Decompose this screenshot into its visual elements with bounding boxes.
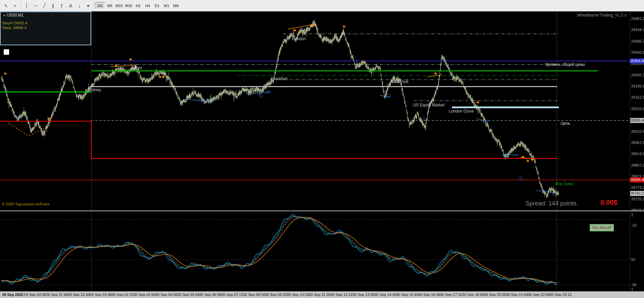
timeframe-m15[interactable]: M15 (114, 2, 124, 9)
price-tick: 28773.30 (631, 185, 644, 190)
session-label-london: London (292, 36, 306, 41)
time-axis-label: 29 Sep 23:48 (89, 293, 111, 297)
main-chart-canvas[interactable] (0, 0, 644, 298)
timeframe-m1[interactable]: M1 (96, 2, 105, 9)
timeframe-w1[interactable]: W1 (162, 2, 171, 9)
info-marker-icon: ⓘ (519, 176, 523, 182)
price-tick: 28962.90 (631, 141, 644, 145)
timeframe-d1[interactable]: D1 (152, 2, 162, 9)
indicator-scale-label: -10 (631, 223, 637, 227)
price-tick: 29103.50 (631, 107, 644, 111)
indicator-scale-label: 2 (631, 213, 633, 217)
timeframe-buttons-group: M1M5M15M30H1H4D1W1MN (96, 2, 181, 9)
timeframe-m5[interactable]: M5 (105, 2, 114, 9)
timeframe-m30[interactable]: M30 (124, 2, 133, 9)
toolbar-separator (21, 2, 21, 9)
trade-marker-icon: ⚑ (114, 64, 118, 68)
price-tick: 29010.40 (631, 129, 644, 133)
info-marker-icon: ⓘ (503, 154, 507, 160)
time-axis-label: 29 Sep 2022 (2, 293, 23, 297)
trade-marker-icon: ⚑ (531, 158, 535, 163)
info-marker-icon: ⓘ (387, 93, 391, 99)
timeframe-h1[interactable]: H1 (133, 2, 143, 9)
session-label-sydney: Sydney (87, 88, 101, 92)
trade-marker-icon: ⚑ (476, 100, 480, 105)
time-axis-label: 30 Sep 12:32 (331, 293, 353, 297)
session-label-tokyo: Tokyo (131, 66, 142, 70)
symbol-text: US30,M1 (7, 13, 24, 18)
time-axis-label: 30 Sep 18:56 (462, 293, 484, 297)
trade-marker-icon: ⚑ (298, 30, 301, 35)
info-marker-icon: ⓘ (199, 98, 203, 104)
trade-marker-icon: ⚑ (342, 25, 346, 29)
price-box: 29055.40 (630, 118, 644, 123)
price-tick: 28725.90 (631, 197, 644, 201)
time-axis-label: 30 Sep 14:40 (375, 293, 396, 297)
time-axis-label: 30 Sep 21:04 (506, 293, 528, 297)
time-axis-label: 30 Sep 06:08 (199, 293, 221, 297)
copyright-label: © 2020 TopLessons.In/Forex (2, 202, 50, 206)
indicator-scale-label: -90 (631, 283, 637, 287)
crosshair-tool-icon[interactable]: + (10, 2, 19, 10)
objects-dropdown-icon[interactable]: ▾ (84, 2, 93, 10)
info-marker-icon: ⓘ (266, 89, 270, 95)
info-marker-icon: ⓘ (483, 119, 487, 125)
timeframe-h4[interactable]: H4 (143, 2, 152, 9)
price-tick: 29340.60 (631, 50, 644, 54)
price-box: 28750.22 (630, 191, 644, 196)
timeframe-mn[interactable]: MN (171, 2, 181, 9)
time-axis-label: 30 Sep 07:12 (221, 293, 243, 297)
rsi-ma-toggle-button[interactable]: Rsi Ma-off (590, 224, 614, 231)
time-axis-label: 29 Sep 21:40 (46, 293, 68, 297)
spread-label: Spread: 144 points. (525, 200, 578, 207)
profit-label: 0.00$ (600, 199, 617, 206)
trade-marker-icon: ⚑ (161, 75, 165, 80)
time-axis-label: 30 Sep 15:44 (396, 293, 418, 297)
vertical-line-tool-icon[interactable]: │ (22, 2, 31, 10)
time-axis-label: 30 Sep 17:52 (440, 293, 462, 297)
time-axis-label: 29 Sep 22:44 (68, 293, 90, 297)
trendline-tool-icon[interactable]: ╱ (40, 2, 49, 10)
trade-marker-icon: ⚑ (47, 117, 51, 121)
time-axis-label: 30 Sep 01:52 (111, 293, 133, 297)
session-label-frankfurt: Frankfurt (271, 76, 287, 81)
price-tick: 28914.90 (631, 152, 644, 156)
price-tick: 29151.50 (631, 95, 644, 99)
white-square-object[interactable] (4, 49, 9, 55)
toolbar: ↖+│─╱∥ƒA↓▾ M1M5M15M30H1H4D1W1MN (0, 0, 644, 11)
smiley-icon[interactable]: ☺ (624, 13, 628, 18)
indicator-title: Wheelbarrel Trailing_v1.2☺ (577, 13, 628, 18)
info-marker-icon: ⓘ (259, 93, 263, 99)
price-tick: 28679.70 (631, 208, 644, 212)
time-axis-label: 30 Sep 05:04 (177, 293, 199, 297)
channel-tool-icon[interactable]: ∥ (49, 2, 57, 10)
mt4-window: ↖+│─╱∥ƒA↓▾ M1M5M15M30H1H4D1W1MN ▼US30,M1… (0, 0, 644, 298)
trade-marker-icon: ⚑ (526, 159, 530, 164)
price-box: 28806.40 (630, 177, 644, 182)
price-tick: 29386.70 (631, 39, 644, 43)
horizontal-line-tool-icon[interactable]: ─ (31, 2, 40, 10)
price-tick: 29245.30 (631, 73, 644, 77)
chart-menu-icon[interactable]: ▼ (3, 14, 6, 17)
time-axis-label: 30 Sep 20:00 (484, 293, 506, 297)
drawing-tools-group: ↖+│─╱∥ƒA↓▾ (2, 2, 96, 10)
toolbar-separator (94, 2, 94, 9)
time-axis-label: 30 Sep 02:56 (133, 293, 155, 297)
time-axis-label: 29 Sep 20:36 (24, 293, 46, 297)
time-axis-label: 30 Sep 22:08 (528, 293, 550, 297)
fibonacci-tool-icon[interactable]: ƒ (57, 2, 66, 10)
time-axis[interactable]: 29 Sep 202229 Sep 20:3629 Sep 21:4029 Se… (0, 291, 644, 298)
arrows-tool-icon[interactable]: ↓ (75, 2, 84, 10)
trade-marker-icon: ⚑ (293, 28, 297, 33)
price-tick: 29434.30 (631, 28, 644, 32)
time-axis-label: 30 Sep 16:48 (418, 293, 440, 297)
trade-marker-icon: ⚑ (434, 72, 438, 76)
indicator-title-text: Wheelbarrel Trailing_v1.2 (577, 13, 623, 18)
trade-marker-icon: ⚑ (361, 60, 365, 65)
time-axis-label: 30 Sep 23:12 (550, 293, 572, 297)
pane-separator[interactable] (0, 210, 644, 212)
text-tool-icon[interactable]: A (66, 2, 75, 10)
cursor-tool-icon[interactable]: ↖ (2, 2, 10, 10)
time-axis-label: 30 Sep 09:20 (265, 293, 287, 297)
five-day-low-label: 5dayL 28806.4 (2, 26, 26, 30)
